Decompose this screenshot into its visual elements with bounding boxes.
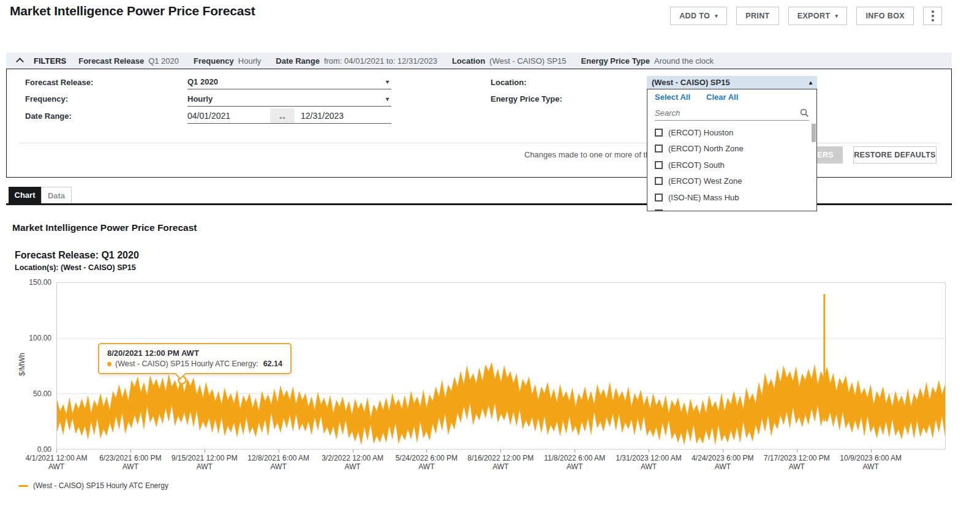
location-option[interactable]: (ERCOT) South	[647, 157, 816, 173]
x-tick-label: 1/31/2023 12:00 AMAWT	[616, 454, 681, 471]
frequency-label: Frequency:	[25, 94, 68, 104]
x-tick-label: 4/1/2021 12:00 AMAWT	[26, 454, 88, 471]
y-tick-label: 100.00	[12, 334, 51, 342]
chart-forecast-release: Forecast Release: Q1 2020	[15, 250, 139, 261]
x-tick-mark	[56, 450, 57, 453]
checkbox-icon[interactable]	[655, 209, 663, 211]
location-option-label: (ERCOT) South	[668, 160, 725, 170]
legend-label: (West - CAISO) SP15 Hourly ATC Energy	[33, 481, 168, 490]
location-label: Location:	[491, 78, 527, 87]
location-dropdown-panel: Select All Clear All (ERCOT) Houston(ERC…	[647, 89, 817, 211]
export-button[interactable]: EXPORT ▾	[788, 7, 848, 25]
x-tick-mark	[649, 450, 649, 453]
location-search	[655, 105, 809, 121]
info-box-button[interactable]: INFO BOX	[856, 7, 914, 25]
select-all-link[interactable]: Select All	[655, 92, 690, 102]
chart-tooltip: 8/20/2021 12:00 PM AWT (West - CAISO) SP…	[98, 343, 292, 374]
date-swap-icon[interactable]: ↔	[270, 108, 295, 124]
location-option-label: (ISO-NE) Mass Hub	[668, 193, 739, 202]
page: Market Intelligence Power Price Forecast…	[0, 0, 980, 512]
legend-item[interactable]: (West - CAISO) SP15 Hourly ATC Energy	[18, 481, 168, 490]
date-to-input[interactable]: 12/31/2023	[295, 108, 391, 124]
chart-section-title: Market Intelligence Power Price Forecast	[12, 222, 197, 233]
forecast-release-label: Forecast Release:	[25, 78, 93, 87]
x-tick-label: 8/16/2022 12:00 PMAWT	[467, 454, 533, 471]
x-tick-mark	[205, 450, 205, 453]
checkbox-icon[interactable]	[655, 161, 663, 169]
filters-summary-bar[interactable]: FILTERS Forecast ReleaseQ1 2020 Frequenc…	[6, 53, 952, 69]
location-option[interactable]: (ISO-NE) Mass Hub	[647, 189, 816, 206]
location-search-input[interactable]	[655, 108, 790, 118]
x-tick-label: 3/2/2022 12:00 AMAWT	[322, 454, 383, 471]
checkbox-icon[interactable]	[655, 145, 663, 152]
chevron-down-icon: ▾	[835, 13, 838, 19]
x-tick-mark	[353, 450, 353, 453]
location-option-label: (ERCOT) Houston	[668, 128, 733, 137]
print-button[interactable]: PRINT	[736, 7, 779, 25]
restore-defaults-button[interactable]: RESTORE DEFAULTS	[853, 146, 937, 164]
x-tick-label: 4/24/2023 6:00 PMAWT	[692, 454, 753, 471]
chevron-down-icon: ▾	[386, 78, 389, 85]
date-range-label: Date Range:	[25, 111, 72, 121]
checkbox-icon[interactable]	[655, 177, 663, 185]
filters-panel: Forecast Release: Q1 2020 ▾ Frequency: H…	[6, 69, 952, 178]
chart-locations: Location(s): (West - CAISO) SP15	[15, 263, 136, 272]
checkbox-icon[interactable]	[655, 129, 663, 137]
location-option-label: (ERCOT) North Zone	[668, 144, 744, 153]
page-title: Market Intelligence Power Price Forecast	[10, 4, 255, 18]
filters-title: FILTERS	[34, 56, 66, 66]
dropdown-scrollbar[interactable]	[812, 124, 816, 142]
x-tick-label: 6/23/2021 6:00 PMAWT	[99, 454, 161, 471]
tab-data[interactable]: Data	[41, 187, 72, 203]
x-tick-mark	[797, 450, 797, 453]
filters-summary: Forecast ReleaseQ1 2020 FrequencyHourly …	[78, 56, 714, 66]
location-option[interactable]: (ERCOT) North Zone	[647, 141, 816, 157]
tooltip-series-label: (West - CAISO) SP15 Hourly ATC Energy:	[115, 360, 258, 368]
energy-price-type-label: Energy Price Type:	[491, 94, 562, 104]
x-tick-mark	[723, 450, 723, 453]
y-tick-label: 50.00	[12, 390, 51, 398]
frequency-select[interactable]: Hourly ▾	[187, 91, 391, 107]
x-tick-label: 7/17/2023 12:00 PMAWT	[764, 454, 830, 471]
more-options-button[interactable]	[923, 7, 942, 25]
chevron-down-icon: ▾	[386, 96, 389, 102]
x-tick-label: 5/24/2022 6:00 PMAWT	[396, 454, 458, 471]
x-tick-mark	[426, 450, 427, 453]
location-select[interactable]: (West - CAISO) SP15 ▴	[647, 76, 817, 89]
chevron-down-icon: ▾	[715, 13, 718, 19]
x-tick-mark	[130, 450, 131, 453]
search-icon	[800, 108, 809, 118]
location-option-label: (ERCOT) West Zone	[668, 176, 742, 186]
chevron-up-icon[interactable]	[16, 58, 24, 66]
x-tick-mark	[871, 450, 872, 453]
y-tick-label: 150.00	[12, 278, 51, 287]
unapplied-changes-note: Changes made to one or more of the	[524, 150, 654, 159]
legend-dash-icon	[18, 485, 28, 487]
add-to-button[interactable]: ADD TO ▾	[670, 7, 727, 25]
location-option-label: (MISO) ARKANSAS.HUB	[668, 209, 758, 211]
tab-chart[interactable]: Chart	[9, 187, 41, 203]
location-option[interactable]: (MISO) ARKANSAS.HUB	[647, 206, 816, 212]
x-tick-label: 12/8/2021 6:00 AMAWT	[247, 454, 309, 471]
location-option[interactable]: (ERCOT) West Zone	[647, 173, 816, 190]
y-axis-title: $/MWh	[18, 346, 26, 383]
y-tick-label: 0.00	[12, 445, 51, 454]
x-tick-mark	[575, 450, 575, 453]
x-tick-mark	[279, 450, 279, 453]
location-option[interactable]: (ERCOT) Houston	[647, 124, 816, 141]
kebab-icon	[932, 10, 934, 13]
x-tick-mark	[500, 450, 501, 453]
series-dot-icon	[107, 362, 111, 366]
clear-all-link[interactable]: Clear All	[706, 92, 738, 102]
x-tick-label: 10/9/2023 6:00 AMAWT	[840, 454, 902, 471]
tooltip-date: 8/20/2021 12:00 PM AWT	[107, 348, 282, 358]
x-tick-label: 11/8/2022 6:00 AMAWT	[544, 454, 605, 471]
date-from-input[interactable]: 04/01/2021	[187, 108, 270, 124]
checkbox-icon[interactable]	[655, 194, 663, 201]
forecast-release-select[interactable]: Q1 2020 ▾	[187, 74, 391, 89]
x-tick-label: 9/15/2021 12:00 PMAWT	[172, 454, 238, 471]
location-options-list: (ERCOT) Houston(ERCOT) North Zone(ERCOT)…	[647, 121, 816, 211]
chevron-up-solid-icon: ▴	[809, 79, 812, 86]
header-toolbar: ADD TO ▾ PRINT EXPORT ▾ INFO BOX	[670, 7, 942, 25]
tooltip-value: 62.14	[263, 360, 282, 368]
